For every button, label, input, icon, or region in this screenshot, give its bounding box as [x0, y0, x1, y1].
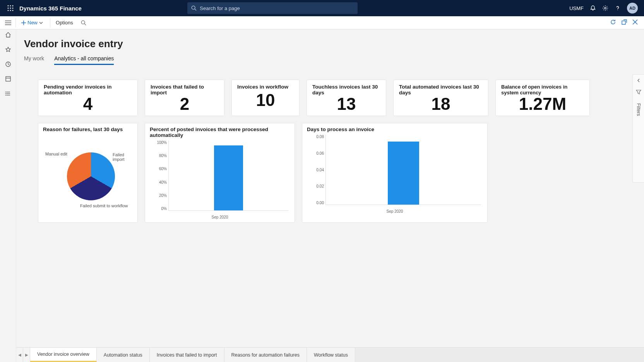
- chevron-down-icon: [39, 21, 43, 25]
- svg-point-8: [12, 10, 14, 11]
- notifications-icon[interactable]: [590, 5, 596, 11]
- close-icon[interactable]: [632, 19, 638, 26]
- kpi-value: 13: [312, 96, 380, 113]
- svg-point-6: [8, 10, 9, 11]
- search-icon: [191, 5, 197, 11]
- svg-line-10: [195, 9, 197, 10]
- modules-icon[interactable]: [5, 90, 11, 98]
- tab-my-work[interactable]: My work: [24, 55, 44, 65]
- tabs-scroll-right[interactable]: ▶: [23, 348, 30, 362]
- kpi-title: Total automated invoices last 30 days: [399, 84, 483, 96]
- new-button[interactable]: New: [17, 16, 48, 29]
- search-input[interactable]: Search for a page: [187, 2, 358, 14]
- company-code[interactable]: USMF: [569, 5, 584, 11]
- report-tab-failed-import[interactable]: Invoices that failed to import: [150, 348, 224, 362]
- svg-point-2: [12, 5, 14, 7]
- refresh-icon[interactable]: [610, 19, 616, 27]
- svg-point-4: [10, 8, 11, 9]
- chart-title: Percent of posted invoices that were pro…: [150, 126, 290, 138]
- search-placeholder: Search for a page: [200, 5, 240, 11]
- svg-line-19: [84, 24, 86, 25]
- svg-point-9: [192, 6, 195, 9]
- pie-chart: [67, 152, 115, 200]
- y-axis: 100% 80% 60% 40% 20% 0%: [151, 140, 167, 211]
- svg-point-7: [10, 10, 11, 11]
- filters-panel-collapsed[interactable]: Filters: [632, 74, 644, 183]
- pie-label-manual-edit: Manual edit: [45, 152, 67, 156]
- help-icon[interactable]: [615, 5, 621, 11]
- global-header: Dynamics 365 Finance Search for a page U…: [0, 0, 644, 16]
- action-search-button[interactable]: [77, 16, 90, 29]
- kpi-in-workflow[interactable]: Invoices in workflow 10: [231, 80, 300, 116]
- page-title: Vendor invoice entry: [16, 29, 644, 50]
- bar: [388, 142, 419, 205]
- svg-point-3: [8, 8, 9, 9]
- kpi-title: Pending vendor invoices in automation: [44, 84, 132, 96]
- nav-toggle-icon[interactable]: [2, 20, 14, 25]
- report-tab-failure-reasons[interactable]: Reasons for automation failures: [224, 348, 307, 362]
- kpi-total-automated[interactable]: Total automated invoices last 30 days 18: [393, 80, 488, 116]
- chart-days-to-process[interactable]: Days to process an invoice 0.08 0.06 0.0…: [302, 123, 488, 223]
- plot-area: [325, 135, 481, 205]
- plot-area: [168, 140, 288, 211]
- plus-icon: [21, 20, 26, 25]
- bar: [214, 145, 243, 210]
- action-bar: New Options: [0, 16, 644, 29]
- new-label: New: [27, 20, 38, 26]
- x-axis-label: Sep 2020: [307, 209, 483, 213]
- kpi-value: 1.27M: [501, 96, 584, 113]
- settings-icon[interactable]: [602, 5, 608, 11]
- home-icon[interactable]: [5, 32, 11, 39]
- kpi-open-balance[interactable]: Balance of open invoices in system curre…: [495, 80, 590, 116]
- kpi-title: Balance of open invoices in system curre…: [501, 84, 584, 96]
- kpi-value: 10: [237, 92, 294, 109]
- chart-percent-posted[interactable]: Percent of posted invoices that were pro…: [145, 123, 295, 223]
- y-axis: 0.08 0.06 0.04 0.02 0.00: [308, 135, 324, 205]
- popout-icon[interactable]: [622, 19, 627, 26]
- report-tab-workflow-status[interactable]: Workflow status: [307, 348, 355, 362]
- chart-title: Days to process an invoice: [307, 126, 483, 132]
- left-nav-rail: [0, 29, 16, 362]
- x-axis-label: Sep 2020: [150, 215, 290, 219]
- recent-icon[interactable]: [5, 61, 11, 69]
- kpi-title: Touchless invoices last 30 days: [312, 84, 380, 96]
- page-tabs: My work Analytics - all companies: [16, 50, 644, 65]
- app-name: Dynamics 365 Finance: [19, 5, 82, 12]
- pie-label-failed-import: Failed import: [113, 152, 133, 162]
- filters-icon: [636, 89, 641, 96]
- filters-label: Filters: [636, 103, 641, 116]
- kpi-value: 2: [151, 96, 219, 113]
- workspaces-icon[interactable]: [5, 76, 11, 84]
- kpi-value: 4: [44, 96, 132, 113]
- app-launcher-icon[interactable]: [3, 5, 18, 11]
- pie-label-failed-submit: Failed submit to workflow: [80, 203, 128, 208]
- chevron-left-icon[interactable]: [637, 77, 641, 84]
- svg-point-18: [81, 20, 85, 24]
- svg-point-30: [5, 93, 6, 94]
- chart-reason-failures[interactable]: Reason for failures, last 30 days Manual…: [38, 123, 138, 223]
- report-tab-overview[interactable]: Vendor invoice overview: [30, 348, 97, 362]
- svg-point-1: [10, 5, 11, 7]
- report-tab-automation-status[interactable]: Automation status: [97, 348, 150, 362]
- main-content: Vendor invoice entry My work Analytics -…: [16, 29, 644, 362]
- svg-point-11: [605, 7, 606, 9]
- kpi-pending-invoices[interactable]: Pending vendor invoices in automation 4: [38, 80, 138, 116]
- favorites-icon[interactable]: [5, 46, 11, 54]
- user-avatar[interactable]: AD: [627, 3, 638, 14]
- kpi-touchless[interactable]: Touchless invoices last 30 days 13: [307, 80, 386, 116]
- svg-point-29: [5, 92, 6, 92]
- svg-point-0: [8, 5, 9, 7]
- kpi-failed-import[interactable]: Invoices that failed to import 2: [145, 80, 224, 116]
- tabs-scroll-left[interactable]: ◀: [16, 348, 23, 362]
- svg-point-12: [617, 10, 618, 10]
- options-button[interactable]: Options: [52, 16, 77, 29]
- svg-point-31: [5, 95, 6, 96]
- kpi-title: Invoices in workflow: [237, 84, 294, 90]
- kpi-value: 18: [399, 96, 483, 113]
- svg-rect-20: [622, 21, 625, 24]
- chart-title: Reason for failures, last 30 days: [43, 126, 133, 132]
- tab-analytics-all-companies[interactable]: Analytics - all companies: [54, 55, 114, 65]
- report-tabs-bar: ◀ ▶ Vendor invoice overview Automation s…: [16, 347, 644, 362]
- kpi-title: Invoices that failed to import: [151, 84, 219, 96]
- svg-point-5: [12, 8, 14, 9]
